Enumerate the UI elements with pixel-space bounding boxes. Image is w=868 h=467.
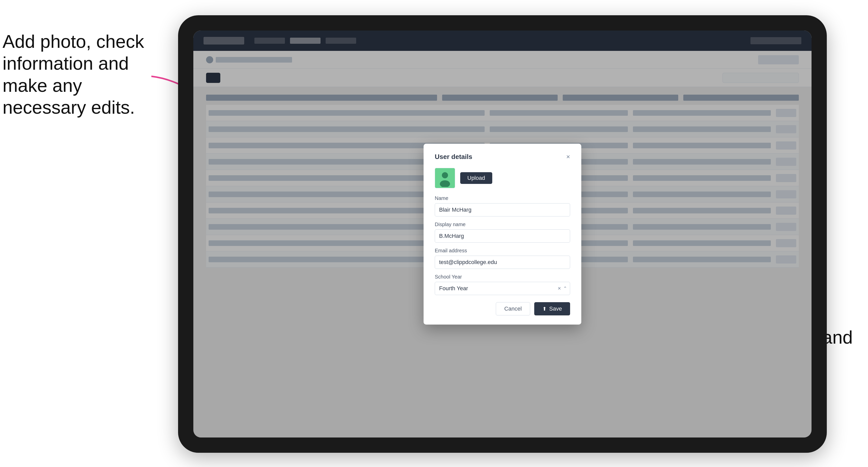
save-icon: ⬆ [542, 306, 547, 312]
tablet-device: User details × Upload [178, 15, 827, 453]
select-clear-icon[interactable]: × [558, 285, 561, 292]
modal-overlay: User details × Upload [193, 31, 811, 437]
save-button[interactable]: ⬆ Save [534, 302, 570, 315]
svg-point-3 [442, 172, 448, 178]
email-input[interactable] [435, 256, 570, 269]
display-name-input[interactable] [435, 229, 570, 243]
display-name-field-group: Display name [435, 222, 570, 243]
name-label: Name [435, 195, 570, 201]
modal-title-bar: User details × [435, 153, 570, 161]
name-input[interactable] [435, 203, 570, 216]
tablet-screen: User details × Upload [193, 31, 811, 437]
user-details-modal: User details × Upload [424, 144, 581, 324]
upload-photo-button[interactable]: Upload [460, 172, 492, 184]
school-year-label: School Year [435, 274, 570, 280]
name-field-group: Name [435, 195, 570, 216]
display-name-label: Display name [435, 222, 570, 227]
email-label: Email address [435, 248, 570, 254]
modal-title: User details [435, 153, 472, 161]
school-year-select[interactable]: First Year Second Year Third Year Fourth… [435, 282, 570, 295]
school-year-select-wrapper: First Year Second Year Third Year Fourth… [435, 282, 570, 295]
annotation-left: Add photo, check information and make an… [3, 31, 144, 119]
user-photo-thumbnail [435, 168, 455, 188]
photo-section: Upload [435, 168, 570, 188]
cancel-button[interactable]: Cancel [496, 302, 530, 315]
chevron-down-icon: ⌃ [563, 286, 567, 291]
email-field-group: Email address [435, 248, 570, 269]
modal-actions: Cancel ⬆ Save [435, 302, 570, 315]
school-year-field-group: School Year First Year Second Year Third… [435, 274, 570, 295]
modal-close-button[interactable]: × [566, 153, 570, 160]
